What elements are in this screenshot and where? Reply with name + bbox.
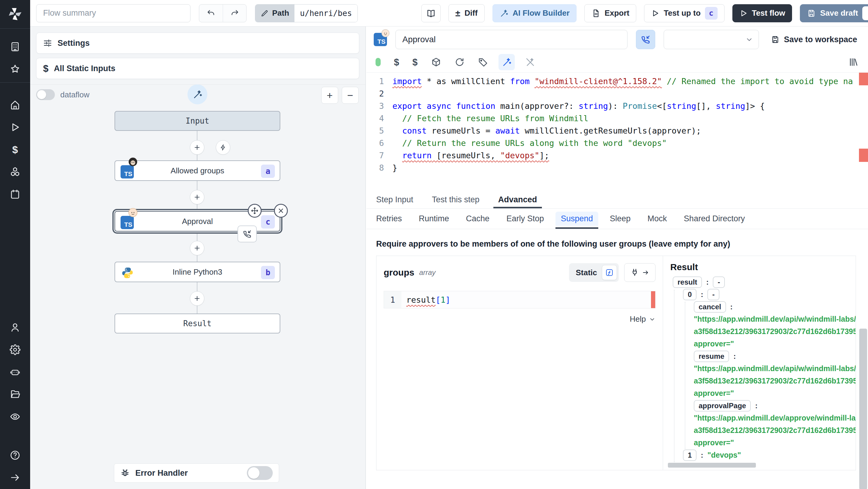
export-button[interactable]: Export (584, 4, 636, 22)
diff-button[interactable]: ± Diff (448, 4, 485, 22)
suspend-phone-button[interactable] (636, 30, 655, 49)
tab-test-this-step[interactable]: Test this step (432, 191, 479, 208)
docs-button[interactable] (421, 4, 441, 22)
code-line[interactable]: 2 (367, 87, 868, 100)
save-to-workspace-button[interactable]: Save to workspace (771, 35, 857, 44)
ai-graph-wand-button[interactable] (187, 84, 207, 104)
connect-input-button[interactable] (624, 263, 655, 282)
error-marker (859, 149, 868, 162)
function-mode-button[interactable] (602, 265, 617, 280)
resources-dollar-icon[interactable]: $ (412, 58, 417, 67)
insert-step-button[interactable] (190, 241, 204, 255)
variables-icon[interactable]: $ (394, 58, 399, 67)
path-chip[interactable]: Path (255, 4, 294, 22)
move-step-button[interactable] (248, 204, 261, 218)
subtab-shared-directory[interactable]: Shared Directory (684, 209, 745, 229)
error-handler-toggle[interactable] (247, 466, 273, 480)
error-handler-card[interactable]: Error Handler (114, 463, 279, 483)
sidebar-help-icon[interactable] (8, 448, 22, 462)
subtab-sleep[interactable]: Sleep (610, 209, 630, 229)
zoom-out-button[interactable]: − (342, 87, 359, 104)
zoom-in-button[interactable]: + (321, 87, 338, 104)
subtab-mock[interactable]: Mock (647, 209, 667, 229)
sidebar-resources-icon[interactable] (8, 164, 22, 179)
subtab-retries[interactable]: Retries (376, 209, 402, 229)
sidebar-favorites-icon[interactable] (8, 62, 22, 76)
library-icon[interactable] (848, 57, 859, 67)
sidebar-audit-logs-icon[interactable] (8, 409, 22, 424)
ai-flow-builder-button[interactable]: AI Flow Builder (493, 4, 577, 22)
windmill-logo-icon[interactable] (7, 6, 23, 22)
all-static-inputs-card[interactable]: $ All Static Inputs (36, 58, 359, 79)
sidebar-workspace-icon[interactable] (8, 39, 22, 54)
insert-step-button[interactable] (190, 190, 204, 205)
sidebar-workers-icon[interactable] (8, 365, 22, 379)
node-input[interactable]: Input (115, 111, 280, 131)
suspend-settings-container: groups array Static 1 result[1] (376, 256, 856, 470)
result-key-chip[interactable]: resume (694, 350, 729, 362)
ai-assistant-active-button[interactable] (498, 54, 515, 70)
flow-graph-panel: Settings $ All Static Inputs dataflow + … (30, 27, 366, 489)
sidebar-settings-icon[interactable] (8, 342, 22, 357)
collapse-chip[interactable]: - (713, 276, 725, 288)
node-inline-python[interactable]: Inline Python3 b (115, 262, 280, 282)
play-icon (651, 9, 659, 18)
package-icon[interactable] (431, 57, 441, 67)
code-line[interactable]: 4 // Fetch the resume URLs from Windmill (367, 112, 868, 124)
dataflow-toggle[interactable] (36, 89, 55, 100)
subtab-suspend[interactable]: Suspend (561, 209, 593, 229)
vertical-scrollbar[interactable] (859, 329, 867, 489)
code-line[interactable]: 5 const resumeUrls = await wmillClient.g… (367, 124, 868, 137)
result-key-chip[interactable]: approvalPage (694, 400, 751, 411)
sidebar-schedules-icon[interactable] (8, 187, 22, 202)
template-select[interactable] (664, 30, 759, 49)
code-line[interactable]: 1import * as wmillClient from "windmill-… (367, 75, 868, 87)
result-key-chip[interactable]: 1 (683, 450, 696, 461)
collapse-chip[interactable]: - (707, 289, 719, 300)
node-allowed-groups[interactable]: TS Allowed groups a (115, 160, 280, 181)
horizontal-scrollbar[interactable] (668, 463, 756, 467)
flow-summary-input[interactable] (36, 4, 190, 22)
save-draft-button[interactable]: Save draft (800, 4, 868, 22)
result-key-chip[interactable]: cancel (694, 301, 726, 313)
suspend-phone-badge[interactable] (238, 225, 257, 242)
subtab-early-stop[interactable]: Early Stop (506, 209, 544, 229)
sidebar-expand-icon[interactable] (8, 470, 22, 485)
sidebar-user-icon[interactable] (8, 320, 22, 335)
sidebar-folders-icon[interactable] (8, 387, 22, 402)
test-up-to-button[interactable]: Test up to c (644, 4, 724, 22)
flow-settings-card[interactable]: Settings (36, 33, 359, 54)
tag-icon[interactable] (478, 57, 488, 67)
code-line[interactable]: 3export async function main(approver?: s… (367, 100, 868, 112)
sidebar-home-icon[interactable] (8, 98, 22, 112)
sidebar-runs-icon[interactable] (8, 120, 22, 134)
tab-advanced[interactable]: Advanced (498, 191, 537, 208)
node-result[interactable]: Result (115, 313, 280, 333)
static-label[interactable]: Static (576, 268, 597, 277)
test-flow-button[interactable]: Test flow (733, 4, 792, 22)
subtab-runtime[interactable]: Runtime (419, 209, 450, 229)
step-name-input[interactable] (396, 30, 627, 49)
trigger-button[interactable] (216, 140, 230, 155)
subtab-cache[interactable]: Cache (466, 209, 490, 229)
help-dropdown[interactable]: Help (384, 314, 655, 324)
tab-step-input[interactable]: Step Input (376, 191, 413, 208)
result-key-chip[interactable]: 0 (683, 289, 696, 300)
code-line[interactable]: 6 // Return the resume URLs along with t… (367, 137, 868, 149)
path-widget[interactable]: Path u/henri/bes (255, 4, 358, 22)
code-line[interactable]: 7 return [resumeUrls, "devops"]; (367, 149, 868, 161)
wand-off-icon[interactable] (525, 57, 535, 67)
delete-step-button[interactable] (274, 204, 288, 218)
redo-button[interactable] (223, 4, 246, 22)
insert-step-button[interactable] (190, 140, 204, 155)
code-editor[interactable]: 1import * as wmillClient from "windmill-… (367, 72, 868, 191)
code-line[interactable]: 8} (367, 161, 868, 174)
groups-expression-editor[interactable]: 1 result[1] (384, 291, 655, 308)
undo-button[interactable] (199, 4, 223, 22)
reload-icon[interactable] (455, 57, 465, 67)
function-icon (605, 268, 614, 277)
sidebar-variables-icon[interactable]: $ (8, 142, 22, 157)
result-key-chip[interactable]: result (673, 276, 702, 288)
export-label: Export (604, 8, 629, 18)
insert-step-button[interactable] (190, 291, 204, 306)
